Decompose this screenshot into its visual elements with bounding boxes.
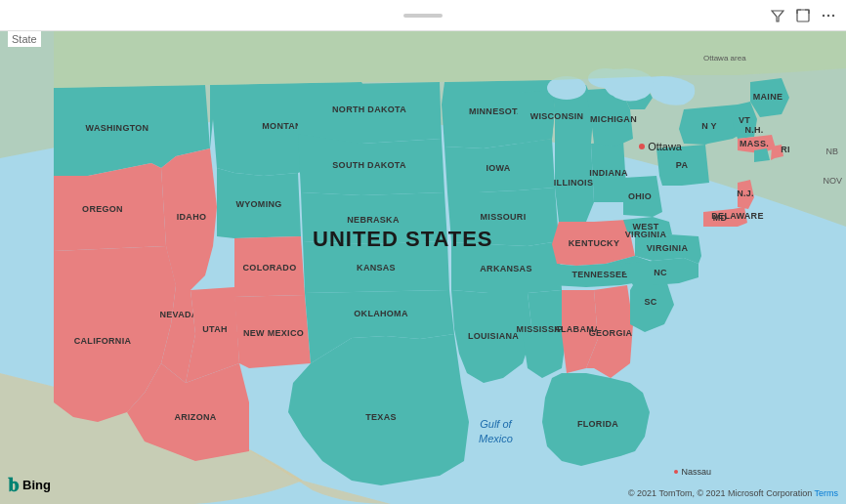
bing-logo: 𝐛 Bing: [8, 474, 51, 496]
svg-text:OHIO: OHIO: [628, 191, 652, 201]
more-icon[interactable]: [819, 6, 838, 25]
svg-text:WISCONSIN: WISCONSIN: [530, 111, 584, 121]
svg-text:DELAWARE: DELAWARE: [711, 211, 763, 221]
svg-text:KENTUCKY: KENTUCKY: [569, 238, 619, 248]
toolbar: [0, 0, 846, 31]
nb-label: NB: [825, 147, 838, 156]
svg-text:VIRGINIA: VIRGINIA: [625, 230, 667, 239]
svg-text:PA: PA: [676, 160, 689, 170]
expand-icon[interactable]: [793, 6, 813, 25]
svg-text:CALIFORNIA: CALIFORNIA: [74, 336, 132, 346]
map-container: WASHINGTON OREGON IDAHO CALIFORNIA NEVAD…: [0, 31, 846, 504]
toolbar-icons: [768, 0, 838, 31]
svg-text:MICHIGAN: MICHIGAN: [590, 114, 637, 124]
svg-text:ILLINOIS: ILLINOIS: [554, 178, 593, 188]
copyright-text: © 2021 TomTom, © 2021 Microsoft Corporat…: [628, 488, 838, 498]
svg-text:OKLAHOMA: OKLAHOMA: [354, 309, 408, 318]
bing-b-icon: 𝐛: [8, 474, 19, 496]
svg-text:KANSAS: KANSAS: [357, 263, 396, 273]
svg-text:IOWA: IOWA: [486, 163, 510, 173]
svg-text:NEBRASKA: NEBRASKA: [347, 215, 400, 225]
svg-text:GEORGIA: GEORGIA: [589, 328, 633, 338]
svg-rect-1: [797, 10, 809, 21]
filter-icon[interactable]: [768, 6, 787, 25]
state-filter-label: State: [8, 31, 41, 47]
svg-point-4: [832, 15, 834, 17]
terms-link[interactable]: Terms: [815, 488, 839, 498]
ottawa-label: Ottawa: [648, 141, 682, 152]
drag-handle[interactable]: [403, 14, 443, 18]
svg-text:SC: SC: [644, 297, 656, 307]
svg-text:COLORADO: COLORADO: [243, 263, 297, 273]
svg-text:SOUTH DAKOTA: SOUTH DAKOTA: [332, 160, 406, 170]
svg-text:TEXAS: TEXAS: [365, 412, 397, 422]
svg-text:OREGON: OREGON: [82, 204, 123, 214]
svg-text:IDAHO: IDAHO: [177, 212, 207, 222]
nassau-marker: Nassau: [674, 467, 711, 477]
svg-text:VIRGINIA: VIRGINIA: [647, 243, 689, 253]
svg-text:FLORIDA: FLORIDA: [577, 419, 618, 429]
svg-text:NEW MEXICO: NEW MEXICO: [243, 328, 304, 338]
ottawa-marker: Ottawa: [639, 141, 682, 152]
ottawa-dot: [639, 144, 645, 149]
svg-text:MINNESOTA: MINNESOTA: [469, 106, 524, 116]
svg-text:INDIANA: INDIANA: [589, 168, 628, 178]
svg-text:NC: NC: [654, 268, 667, 277]
svg-text:RI: RI: [781, 145, 790, 154]
us-map: WASHINGTON OREGON IDAHO CALIFORNIA NEVAD…: [0, 31, 846, 504]
svg-text:N.J.: N.J.: [737, 189, 754, 198]
nov-label: NOV: [823, 176, 842, 186]
svg-text:ARKANSAS: ARKANSAS: [480, 264, 531, 273]
svg-text:N.H.: N.H.: [744, 125, 763, 135]
svg-point-2: [823, 15, 825, 17]
svg-text:TENNESSEE: TENNESSEE: [571, 270, 627, 279]
nassau-dot: [674, 470, 678, 474]
gulf-label: Gulf ofMexico: [479, 417, 513, 445]
svg-text:MASS.: MASS.: [740, 139, 769, 148]
svg-text:VT: VT: [739, 115, 750, 125]
svg-text:N Y: N Y: [701, 121, 717, 131]
svg-text:UTAH: UTAH: [202, 324, 228, 334]
svg-text:NORTH DAKOTA: NORTH DAKOTA: [332, 105, 406, 114]
us-map-title: UNITED STATES: [313, 227, 493, 252]
svg-text:WYOMING: WYOMING: [235, 199, 281, 209]
nassau-label: Nassau: [681, 467, 711, 477]
svg-text:MAINE: MAINE: [753, 92, 783, 102]
svg-text:NEVADA: NEVADA: [159, 310, 197, 319]
svg-text:ARIZONA: ARIZONA: [174, 412, 216, 422]
svg-text:Ottawa area: Ottawa area: [703, 54, 746, 63]
svg-point-3: [827, 15, 829, 17]
svg-marker-0: [772, 11, 783, 21]
svg-text:MISSOURI: MISSOURI: [481, 212, 527, 222]
bing-text: Bing: [22, 478, 51, 492]
svg-text:WASHINGTON: WASHINGTON: [86, 123, 149, 133]
svg-text:LOUISIANA: LOUISIANA: [468, 331, 519, 341]
